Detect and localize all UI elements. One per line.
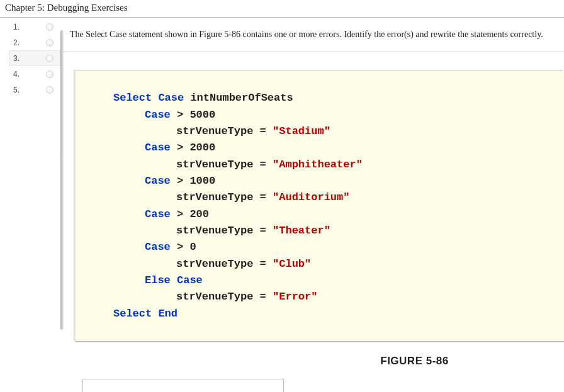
nav-item-label: 2. bbox=[13, 38, 25, 47]
kw-select-end: Select End bbox=[113, 308, 178, 320]
code-figure: Select Case intNumberOfSeats Case > 5000… bbox=[75, 71, 564, 342]
figure-label-text: FIGURE 5-86 bbox=[380, 355, 448, 367]
kw-select-case: Select Case bbox=[113, 92, 184, 104]
op-gt: > bbox=[171, 109, 190, 121]
nav-item-2[interactable]: 2. bbox=[9, 35, 60, 50]
kw-case: Case bbox=[145, 208, 171, 220]
op-gt: > bbox=[171, 208, 190, 220]
op-gt: > bbox=[171, 175, 190, 187]
op-gt: > bbox=[171, 142, 190, 154]
num-2000: 2000 bbox=[189, 142, 215, 154]
str-stadium: "Stadium" bbox=[273, 125, 330, 137]
assign: strVenueType = bbox=[176, 258, 273, 270]
str-aud: "Auditorium" bbox=[273, 191, 349, 203]
op-gt: > bbox=[171, 241, 190, 253]
nav-item-label: 3. bbox=[13, 54, 25, 63]
question-prompt-text: The Select Case statement shown in Figur… bbox=[70, 30, 543, 39]
question-prompt: The Select Case statement shown in Figur… bbox=[64, 18, 564, 52]
page-title-text: Chapter 5: Debugging Exercises bbox=[5, 3, 128, 13]
page-body: 1. 2. 3. 4. 5. The Select Case statement… bbox=[0, 18, 564, 392]
num-5000: 5000 bbox=[189, 109, 215, 121]
kw-else-case: Else Case bbox=[145, 274, 203, 286]
str-error: "Error" bbox=[273, 291, 317, 303]
nav-item-label: 5. bbox=[13, 86, 25, 94]
nav-item-label: 1. bbox=[13, 23, 25, 31]
str-amphi: "Amphitheater" bbox=[273, 159, 363, 171]
radio-icon bbox=[46, 23, 54, 31]
num-1000: 1000 bbox=[189, 175, 215, 187]
nav-item-4[interactable]: 4. bbox=[9, 66, 60, 82]
question-main: The Select Case statement shown in Figur… bbox=[64, 18, 564, 392]
radio-icon bbox=[46, 39, 54, 47]
kw-case: Case bbox=[145, 241, 171, 253]
page-title: Chapter 5: Debugging Exercises bbox=[0, 0, 564, 18]
radio-icon bbox=[46, 86, 54, 94]
assign: strVenueType = bbox=[176, 291, 273, 303]
answer-textarea[interactable] bbox=[82, 379, 284, 392]
nav-item-5[interactable]: 5. bbox=[9, 82, 60, 98]
assign: strVenueType = bbox=[176, 225, 273, 237]
figure-label: FIGURE 5-86 bbox=[64, 355, 564, 367]
radio-icon bbox=[46, 70, 54, 78]
radio-icon bbox=[46, 55, 54, 62]
kw-case: Case bbox=[145, 109, 171, 121]
assign: strVenueType = bbox=[176, 191, 273, 203]
code-expr: intNumberOfSeats bbox=[184, 92, 293, 104]
num-200: 200 bbox=[189, 208, 209, 220]
kw-case: Case bbox=[145, 175, 171, 187]
question-nav: 1. 2. 3. 4. 5. bbox=[0, 18, 60, 392]
str-club: "Club" bbox=[273, 258, 311, 270]
kw-case: Case bbox=[145, 142, 171, 154]
str-theater: "Theater" bbox=[273, 225, 330, 237]
nav-item-label: 4. bbox=[13, 70, 25, 79]
nav-item-3[interactable]: 3. bbox=[9, 50, 60, 66]
assign: strVenueType = bbox=[176, 125, 273, 137]
assign: strVenueType = bbox=[176, 159, 273, 171]
nav-item-1[interactable]: 1. bbox=[9, 19, 60, 35]
num-0: 0 bbox=[189, 241, 196, 253]
